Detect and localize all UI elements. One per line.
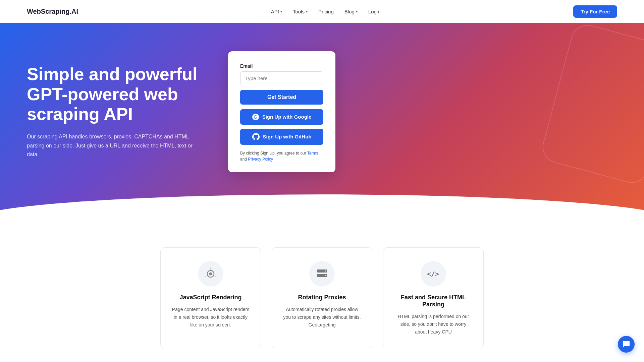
nav-pricing[interactable]: Pricing <box>318 9 334 14</box>
svg-line-4 <box>205 276 208 277</box>
signup-card: Email Get Started G Sign Up with Google … <box>228 51 335 172</box>
email-label: Email <box>240 63 323 69</box>
navbar: WebScraping.AI API ▾ Tools ▾ Pricing Blo… <box>0 0 644 23</box>
nav-blog[interactable]: Blog ▾ <box>344 9 358 14</box>
signup-google-button[interactable]: G Sign Up with Google <box>240 109 323 125</box>
nav-links: API ▾ Tools ▾ Pricing Blog ▾ Logi <box>271 9 381 14</box>
terms-link[interactable]: Terms <box>307 151 318 156</box>
svg-point-1 <box>209 273 212 276</box>
brand-logo[interactable]: WebScraping.AI <box>27 8 78 15</box>
chat-icon <box>622 340 630 348</box>
get-started-button[interactable]: Get Started <box>240 90 323 105</box>
svg-line-3 <box>214 276 216 277</box>
chat-fab[interactable] <box>618 336 635 353</box>
js-rendering-icon <box>198 261 223 287</box>
signup-github-button[interactable]: Sign Up with GitHub <box>240 129 323 145</box>
chevron-down-icon: ▾ <box>280 10 282 13</box>
privacy-link[interactable]: Privacy Policy <box>248 157 273 162</box>
svg-point-8 <box>325 275 326 276</box>
feature-card-js-rendering: JavaScript Rendering Page content and Ja… <box>160 247 261 348</box>
feature-title-rotating-proxies: Rotating Proxies <box>298 294 346 301</box>
hero-left: Simple and powerful GPT-powered web scra… <box>27 64 228 159</box>
feature-card-html-parsing: </> Fast and Secure HTML Parsing HTML pa… <box>383 247 484 348</box>
feature-title-js-rendering: JavaScript Rendering <box>179 294 241 301</box>
features-section: JavaScript Rendering Page content and Ja… <box>0 221 644 362</box>
hero-wave <box>0 194 644 221</box>
feature-desc-rotating-proxies: Automatically rotated proxies allow you … <box>283 306 361 329</box>
google-icon: G <box>252 114 259 120</box>
svg-text:</>: </> <box>427 270 439 277</box>
chevron-down-icon: ▾ <box>306 10 308 13</box>
signup-terms: By clicking Sign Up, you agree to our Te… <box>240 150 323 162</box>
feature-desc-html-parsing: HTML parsing is performed on our side, s… <box>394 313 473 336</box>
hero-heading: Simple and powerful GPT-powered web scra… <box>27 64 208 124</box>
nav-tools[interactable]: Tools ▾ <box>293 9 308 14</box>
try-for-free-button[interactable]: Try For Free <box>573 5 617 18</box>
svg-point-7 <box>325 270 326 272</box>
hero-section: Simple and powerful GPT-powered web scra… <box>0 23 644 221</box>
nav-login[interactable]: Login <box>368 9 381 14</box>
github-icon <box>252 133 260 140</box>
chevron-down-icon: ▾ <box>356 10 358 13</box>
feature-card-rotating-proxies: Rotating Proxies Automatically rotated p… <box>272 247 372 348</box>
feature-title-html-parsing: Fast and Secure HTML Parsing <box>394 294 473 308</box>
email-field[interactable] <box>240 71 323 85</box>
nav-api[interactable]: API ▾ <box>271 9 282 14</box>
rotating-proxies-icon <box>309 261 335 287</box>
hero-subtext: Our scraping API handles browsers, proxi… <box>27 132 201 159</box>
feature-desc-js-rendering: Page content and JavaScript renders in a… <box>171 306 250 329</box>
html-parsing-icon: </> <box>421 261 446 287</box>
